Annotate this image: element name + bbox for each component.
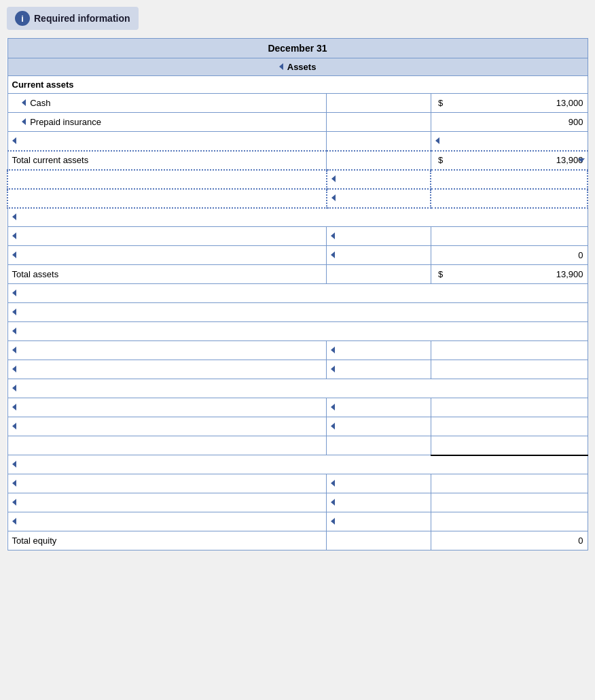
- blank-dotted-mid-1[interactable]: [327, 170, 431, 189]
- liab2-mid-arrow-2: [331, 423, 335, 430]
- blank-dotted-arrow-2: [331, 194, 336, 201]
- equity-label-arrow-2: [12, 499, 16, 506]
- equity-label-2[interactable]: [7, 493, 327, 512]
- equity-amount-1[interactable]: [431, 474, 588, 493]
- liab2-full-cell[interactable]: [7, 379, 588, 398]
- equity-mid-arrow-3: [331, 518, 335, 525]
- total-assets-row: Total assets $ 13,900: [7, 265, 588, 284]
- blank-arrow-mid-1: [12, 232, 16, 239]
- blank-dotted-label-1[interactable]: [7, 170, 327, 189]
- liab-label-3[interactable]: [7, 360, 327, 379]
- liab-label-arrow-3: [12, 366, 16, 372]
- liab2-mid-1[interactable]: [327, 398, 431, 417]
- blank-mid-arrow-1: [331, 232, 335, 239]
- blank-amount-1[interactable]: [431, 132, 588, 151]
- liab-amount-3[interactable]: [431, 360, 588, 379]
- cash-amount-cell[interactable]: $ 13,000: [431, 94, 588, 113]
- liab-mid-2[interactable]: [327, 341, 431, 360]
- prepaid-amount-cell[interactable]: 900: [431, 113, 588, 132]
- info-icon: i: [15, 11, 30, 26]
- zero-mid[interactable]: [327, 246, 431, 265]
- current-assets-label-row: Current assets: [7, 76, 588, 94]
- blank-label-1[interactable]: [7, 132, 327, 151]
- liab3-full-arrow: [12, 461, 16, 468]
- equity-row-3: [7, 512, 588, 531]
- liab-mid-3[interactable]: [327, 360, 431, 379]
- black-border-mid[interactable]: [327, 436, 431, 455]
- total-assets-amount-cell[interactable]: $ 13,900: [431, 265, 588, 284]
- equity-label-1[interactable]: [7, 474, 327, 493]
- equity-label-3[interactable]: [7, 512, 327, 531]
- blank-mid-col-1[interactable]: [327, 227, 431, 246]
- cash-label[interactable]: Cash: [7, 94, 327, 113]
- liab2-amount-1[interactable]: [431, 398, 588, 417]
- liab-mid-arrow-2: [331, 347, 335, 353]
- blank-label-mid-1[interactable]: [7, 227, 327, 246]
- blank-dotted-mid-2[interactable]: [327, 189, 431, 208]
- zero-left-arrow: [12, 251, 16, 258]
- liab-row-3: [7, 360, 588, 379]
- prepaid-insurance-row: Prepaid insurance 900: [7, 113, 588, 132]
- cash-left-arrow: [22, 99, 26, 106]
- total-current-label[interactable]: Total current assets: [7, 151, 327, 170]
- assets-section-header: Assets: [7, 58, 588, 76]
- total-current-dropdown-arrow[interactable]: [578, 158, 585, 162]
- zero-row: 0: [7, 246, 588, 265]
- required-info-badge: i Required information: [7, 7, 139, 30]
- liab3-full-cell[interactable]: [7, 455, 588, 474]
- blank-mid-1[interactable]: [327, 132, 431, 151]
- badge-label: Required information: [34, 13, 130, 24]
- liab-full-1[interactable]: [7, 322, 588, 341]
- equity-label-arrow-1: [12, 480, 16, 487]
- equity-amount-3[interactable]: [431, 512, 588, 531]
- blank-full-1: [7, 208, 588, 227]
- equity-row-2: [7, 493, 588, 512]
- total-equity-mid[interactable]: [327, 531, 431, 550]
- zero-label[interactable]: [7, 246, 327, 265]
- date-header-row: December 31: [7, 39, 588, 58]
- liab-label-2[interactable]: [7, 341, 327, 360]
- zero-amount-cell[interactable]: 0: [431, 246, 588, 265]
- blank-after-total-2: [7, 303, 588, 322]
- liab2-amount-2[interactable]: [431, 417, 588, 436]
- equity-mid-arrow-1: [331, 480, 335, 487]
- equity-mid-3[interactable]: [327, 512, 431, 531]
- blank-amount-mid-1[interactable]: [431, 227, 588, 246]
- zero-mid-arrow: [331, 251, 335, 258]
- total-current-assets-row: Total current assets $ 13,900: [7, 151, 588, 170]
- total-current-amount-cell[interactable]: $ 13,900: [431, 151, 588, 170]
- black-border-row: [7, 436, 588, 455]
- blank-dotted-amount-2[interactable]: [431, 189, 588, 208]
- blank-dotted-amount-1[interactable]: [431, 170, 588, 189]
- equity-mid-1[interactable]: [327, 474, 431, 493]
- liab2-label-1[interactable]: [7, 398, 327, 417]
- liab3-full-row: [7, 455, 588, 474]
- total-assets-mid[interactable]: [327, 265, 431, 284]
- equity-amount-2[interactable]: [431, 493, 588, 512]
- total-current-mid[interactable]: [327, 151, 431, 170]
- blank-after-total-cell-2[interactable]: [7, 303, 588, 322]
- total-equity-label[interactable]: Total equity: [7, 531, 327, 550]
- total-equity-row: Total equity 0: [7, 531, 588, 550]
- prepaid-label[interactable]: Prepaid insurance: [7, 113, 327, 132]
- assets-label: Assets: [7, 58, 588, 76]
- blank-dotted-label-2[interactable]: [7, 189, 327, 208]
- total-assets-label[interactable]: Total assets: [7, 265, 327, 284]
- cash-mid-cell[interactable]: [327, 94, 431, 113]
- liab2-label-2[interactable]: [7, 417, 327, 436]
- blank-dotted-arrow-1: [331, 175, 336, 182]
- blank-dotted-row-2: [7, 189, 588, 208]
- liab2-row-1: [7, 398, 588, 417]
- date-header: December 31: [7, 39, 588, 58]
- prepaid-mid-cell[interactable]: [327, 113, 431, 132]
- black-border-label[interactable]: [7, 436, 327, 455]
- blank-full-cell-1[interactable]: [7, 208, 588, 227]
- black-border-amount[interactable]: [431, 436, 588, 455]
- total-equity-amount[interactable]: 0: [431, 531, 588, 550]
- blank-after-total-cell-1[interactable]: [7, 284, 588, 303]
- equity-mid-2[interactable]: [327, 493, 431, 512]
- liab2-mid-2[interactable]: [327, 417, 431, 436]
- blank-row-1: [7, 132, 588, 151]
- liab-amount-2[interactable]: [431, 341, 588, 360]
- blank-after-arrow-2: [12, 309, 16, 315]
